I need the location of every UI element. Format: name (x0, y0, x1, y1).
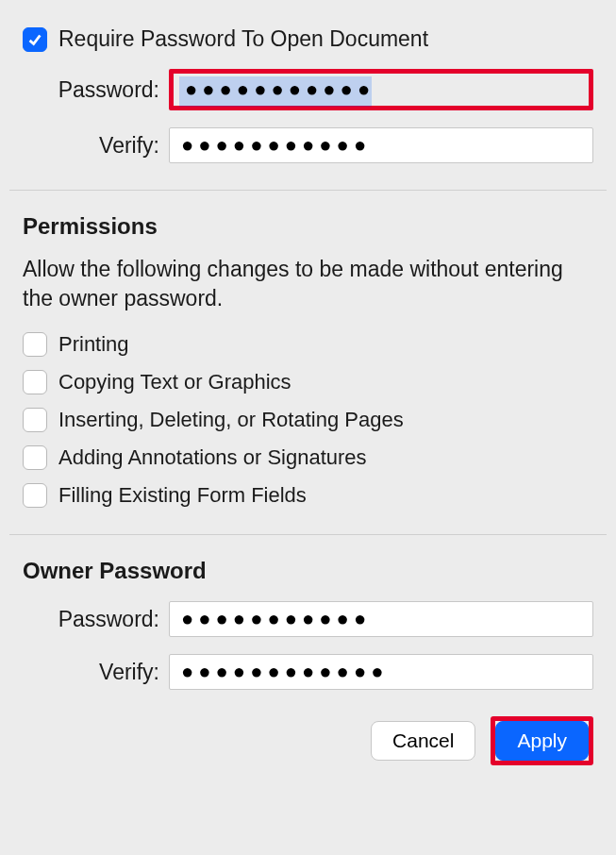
owner-password-input[interactable] (169, 601, 593, 637)
permissions-title: Permissions (23, 213, 593, 240)
open-password-row: Password: (23, 69, 593, 110)
open-verify-input[interactable] (169, 127, 593, 163)
open-verify-label: Verify: (23, 133, 169, 159)
owner-verify-label: Verify: (23, 660, 169, 685)
require-password-label: Require Password To Open Document (58, 26, 428, 52)
apply-highlight-box: Apply (491, 716, 593, 765)
divider-1 (9, 190, 607, 191)
permission-label: Adding Annotations or Signatures (58, 445, 367, 470)
owner-verify-input[interactable] (169, 654, 593, 690)
permission-label: Printing (58, 332, 129, 357)
permission-item-formfields: Filling Existing Form Fields (23, 483, 593, 508)
owner-verify-row: Verify: (23, 654, 593, 690)
owner-password-title: Owner Password (23, 558, 593, 584)
password-highlight-box (169, 69, 593, 110)
open-password-label: Password: (23, 77, 169, 103)
divider-2 (9, 534, 607, 535)
permissions-description: Allow the following changes to be made w… (23, 255, 593, 313)
cancel-button[interactable]: Cancel (371, 721, 475, 761)
open-password-input[interactable] (174, 74, 589, 106)
owner-password-row: Password: (23, 601, 593, 637)
apply-button[interactable]: Apply (495, 721, 589, 761)
permission-item-printing: Printing (23, 332, 593, 357)
button-bar: Cancel Apply (23, 716, 593, 765)
permission-label: Copying Text or Graphics (58, 370, 291, 394)
permission-checkbox-copying[interactable] (23, 370, 47, 394)
permission-item-copying: Copying Text or Graphics (23, 370, 593, 394)
require-password-row: Require Password To Open Document (23, 26, 593, 52)
permission-label: Inserting, Deleting, or Rotating Pages (58, 408, 404, 432)
permission-item-annotations: Adding Annotations or Signatures (23, 445, 593, 470)
permission-checkbox-inserting[interactable] (23, 408, 47, 432)
open-verify-row: Verify: (23, 127, 593, 163)
permission-checkbox-printing[interactable] (23, 332, 47, 357)
require-password-checkbox[interactable] (23, 27, 47, 52)
permission-label: Filling Existing Form Fields (58, 483, 307, 508)
owner-password-label: Password: (23, 607, 169, 632)
permission-checkbox-formfields[interactable] (23, 483, 47, 508)
permission-item-inserting: Inserting, Deleting, or Rotating Pages (23, 408, 593, 432)
checkmark-icon (26, 31, 43, 48)
permission-checkbox-annotations[interactable] (23, 445, 47, 470)
